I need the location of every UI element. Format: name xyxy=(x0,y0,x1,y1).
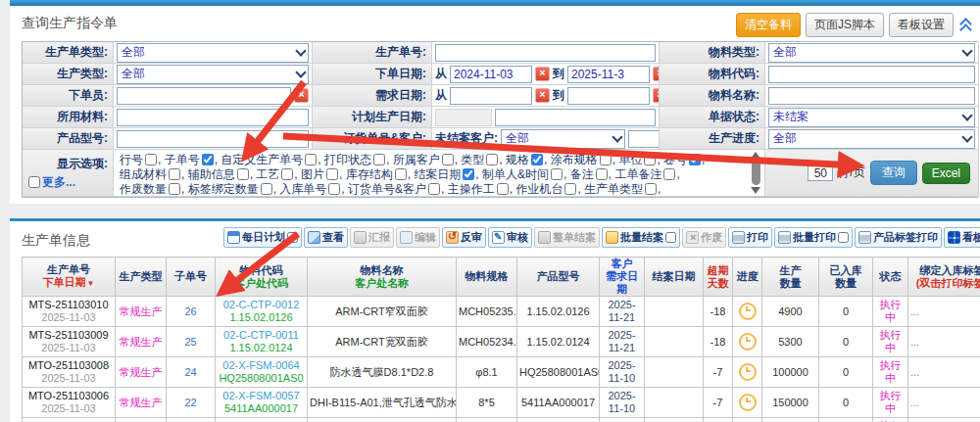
board-maintain-button[interactable]: 看板维护 xyxy=(944,227,980,248)
clear-date-icon[interactable] xyxy=(653,88,660,103)
column-header-11[interactable]: 生产数量 xyxy=(762,258,819,297)
batch-print-checkbox[interactable] xyxy=(838,232,849,243)
progress-cell[interactable] xyxy=(733,327,762,357)
clear-date-icon[interactable] xyxy=(535,88,550,103)
table-row[interactable]: MTS-2511030102025-11-03常规生产2602-C-CTP-00… xyxy=(23,297,980,327)
display-option-checkbox[interactable] xyxy=(497,183,509,195)
display-option-checkbox[interactable] xyxy=(326,168,338,180)
display-option-checkbox[interactable] xyxy=(600,154,612,165)
table-row[interactable]: MTO-2511030062025-11-03常规生产2202-X-FSM-00… xyxy=(23,388,980,418)
column-header-7[interactable]: 客户需求日期 xyxy=(600,258,645,297)
column-header-9[interactable]: 超期天数 xyxy=(704,258,733,297)
clock-progress-icon[interactable] xyxy=(739,394,757,411)
material-type-select[interactable]: 全部 xyxy=(768,43,975,63)
column-header-6[interactable]: 产品型号 xyxy=(517,258,600,297)
display-option-checkbox[interactable] xyxy=(486,154,498,165)
column-header-0[interactable]: 生产单号下单日期▼ xyxy=(23,258,116,297)
need-date-to-input[interactable] xyxy=(567,87,650,105)
clear-material-button[interactable]: 清空备料 xyxy=(736,13,801,37)
display-option-checkbox[interactable] xyxy=(551,168,563,180)
progress-cell[interactable] xyxy=(733,418,762,422)
column-header-14[interactable]: 绑定入库标签(双击打印标签) xyxy=(908,258,980,297)
progress-cell[interactable] xyxy=(733,357,762,388)
view-button[interactable]: 查看 xyxy=(304,227,348,248)
print-button[interactable]: 打印 xyxy=(728,227,772,248)
display-option-checkbox[interactable] xyxy=(328,183,340,195)
order-date-from-input[interactable] xyxy=(450,66,532,83)
audit-button[interactable]: 审核 xyxy=(488,227,532,248)
scroll-thumb[interactable] xyxy=(752,161,760,185)
excel-export-button[interactable]: Excel xyxy=(922,163,970,184)
display-option-checkbox[interactable] xyxy=(145,154,157,165)
display-option-checkbox[interactable] xyxy=(169,183,180,195)
board-settings-button[interactable]: 看板设置 xyxy=(889,13,954,37)
sort-desc-icon[interactable]: ▼ xyxy=(87,279,95,288)
doc-status-select[interactable]: 未结案 xyxy=(768,108,975,127)
progress-cell[interactable] xyxy=(733,388,762,418)
clear-date-icon[interactable] xyxy=(535,67,550,81)
column-header-10[interactable]: 进度 xyxy=(733,258,762,297)
sub-order-no-cell[interactable]: 24 xyxy=(167,357,216,388)
sub-order-no-cell[interactable]: 22 xyxy=(167,388,216,418)
sub-order-no-cell[interactable]: 26 xyxy=(167,297,216,327)
column-header-4[interactable]: 物料名称客户处名称 xyxy=(308,258,457,297)
batch-close-checkbox[interactable] xyxy=(665,232,676,243)
display-option-checkbox[interactable] xyxy=(305,154,317,165)
table-row[interactable]: MTO-2511030082025-11-03常规生产2402-X-FSM-00… xyxy=(23,357,980,388)
bind-label-cell[interactable]: ... xyxy=(908,327,980,357)
material-name-input[interactable] xyxy=(768,87,975,105)
column-header-2[interactable]: 子单号 xyxy=(167,258,216,297)
order-customer-input[interactable] xyxy=(628,130,660,148)
sub-order-no-cell[interactable]: 25 xyxy=(167,327,216,357)
table-row[interactable]: MTS-2511030052025-11-03常规生产2102-X-FSM-00… xyxy=(23,418,980,422)
bind-label-cell[interactable]: ... xyxy=(908,297,980,327)
orderer-input[interactable] xyxy=(117,87,291,105)
page-js-script-button[interactable]: 页面JS脚本 xyxy=(806,13,884,37)
display-option-checkbox[interactable] xyxy=(463,168,474,180)
scroll-down-icon[interactable] xyxy=(751,187,760,194)
product-model-input[interactable] xyxy=(117,130,309,148)
clear-field-icon[interactable] xyxy=(294,88,309,103)
plan-date-input[interactable] xyxy=(495,109,656,126)
clock-progress-icon[interactable] xyxy=(739,303,757,320)
bind-label-cell[interactable]: ... xyxy=(908,418,980,422)
batch-print-button[interactable]: 批量打印 xyxy=(774,227,853,248)
display-option-checkbox[interactable] xyxy=(689,154,701,165)
order-no-input[interactable] xyxy=(435,44,656,62)
display-option-checkbox[interactable] xyxy=(395,168,407,180)
material-code-input[interactable] xyxy=(768,66,975,83)
order-date-to-input[interactable] xyxy=(567,66,650,83)
progress-cell[interactable] xyxy=(733,297,762,327)
display-option-checkbox[interactable] xyxy=(202,154,214,165)
more-options-link[interactable]: 更多... xyxy=(42,174,75,191)
display-option-checkbox[interactable] xyxy=(644,154,656,165)
page-size-input[interactable] xyxy=(808,164,833,181)
column-header-12[interactable]: 已入库数量 xyxy=(819,258,873,297)
column-header-3[interactable]: 物料代码客户处代码 xyxy=(216,258,308,297)
batch-close-button[interactable]: 批量结案 xyxy=(602,227,680,248)
used-material-input[interactable] xyxy=(117,109,309,126)
display-option-checkbox[interactable] xyxy=(281,168,293,180)
more-options-checkbox[interactable] xyxy=(28,176,40,188)
reverse-audit-button[interactable]: 反审 xyxy=(442,227,486,248)
column-header-5[interactable]: 物料规格 xyxy=(457,258,517,297)
column-header-8[interactable]: 结案日期 xyxy=(645,258,704,297)
bind-label-cell[interactable]: ... xyxy=(908,357,980,388)
collapse-panel-icon[interactable] xyxy=(958,18,972,33)
scroll-up-icon[interactable] xyxy=(751,152,760,159)
display-option-checkbox[interactable] xyxy=(645,183,657,195)
daily-plan-button[interactable]: 每日计划 xyxy=(223,227,302,248)
product-label-print-button[interactable]: 产品标签打印 xyxy=(855,227,942,248)
bind-label-cell[interactable]: ... xyxy=(908,388,980,418)
display-option-checkbox[interactable] xyxy=(663,168,675,180)
open-customer-select[interactable]: 全部 xyxy=(501,129,625,149)
display-option-checkbox[interactable] xyxy=(442,154,454,165)
clock-progress-icon[interactable] xyxy=(739,363,757,381)
query-button[interactable]: 查询 xyxy=(870,161,917,185)
display-option-checkbox[interactable] xyxy=(596,168,608,180)
display-option-checkbox[interactable] xyxy=(373,154,385,165)
display-option-checkbox[interactable] xyxy=(169,168,180,180)
need-date-from-input[interactable] xyxy=(450,87,532,105)
clear-date-icon[interactable] xyxy=(653,67,660,81)
options-scrollbar[interactable] xyxy=(749,152,762,194)
